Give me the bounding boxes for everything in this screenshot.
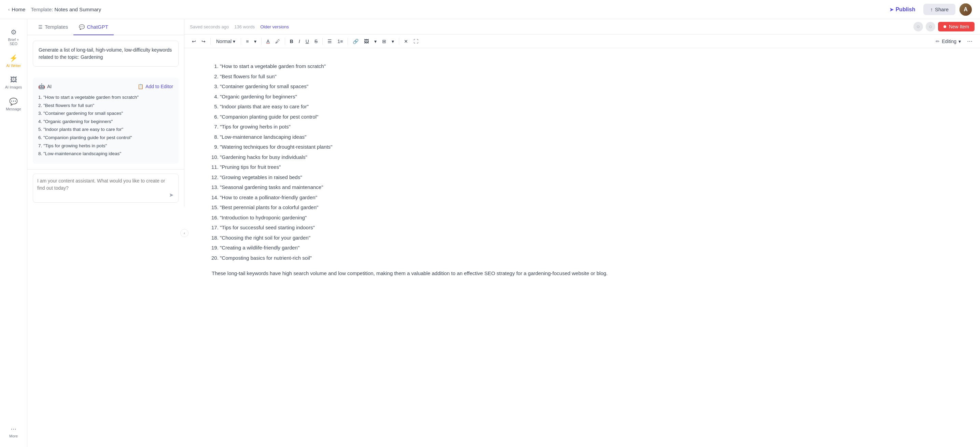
home-label: Home: [12, 6, 25, 12]
align-dropdown-button[interactable]: ▾: [252, 37, 258, 45]
publish-button[interactable]: ➤ Publish: [885, 5, 920, 15]
sidebar-item-more[interactable]: ··· More: [2, 421, 26, 442]
text-color-button[interactable]: A: [264, 37, 272, 45]
template-hint: Generate a list of long-tail, high-volum…: [33, 41, 178, 67]
chatgpt-icon: 💬: [79, 24, 85, 30]
add-to-editor-label: Add to Editor: [145, 84, 173, 89]
sidebar-item-ai-writer[interactable]: ⚡ AI Writer: [2, 51, 26, 71]
editor-list-item: "Indoor plants that are easy to care for…: [220, 102, 953, 111]
sidebar-label-ai-writer: AI Writer: [6, 64, 21, 68]
ai-message-header: 🤖 AI 📋 Add to Editor: [38, 83, 173, 89]
chat-input[interactable]: [37, 177, 168, 199]
tab-chatgpt-label: ChatGPT: [87, 24, 108, 30]
avatar-placeholder-icon-2: ○: [929, 24, 932, 30]
share-icon: ↑: [930, 6, 933, 12]
sidebar-label-brief-seo: Brief + SEO: [4, 38, 23, 46]
share-label: Share: [935, 6, 948, 12]
separator-5: [322, 38, 323, 45]
editor-content[interactable]: "How to start a vegetable garden from sc…: [185, 48, 980, 447]
editor-list-item: "Choosing the right soil for your garden…: [220, 233, 953, 242]
new-item-dot-icon: [943, 25, 946, 28]
separator-7: [399, 38, 399, 45]
ai-robot-icon: 🤖: [38, 83, 45, 89]
sidebar-item-brief-seo[interactable]: ⚙ Brief + SEO: [2, 25, 26, 49]
more-options-button[interactable]: ⋯: [965, 37, 975, 46]
ai-content-line: 1. "How to start a vegetable garden from…: [38, 94, 173, 101]
expand-button[interactable]: ⛶: [412, 37, 420, 45]
editor-list-item: "Tips for growing herbs in pots": [220, 122, 953, 131]
table-button[interactable]: ⊞: [380, 37, 388, 45]
icon-sidebar: ⚙ Brief + SEO ⚡ AI Writer 🖼 AI Images 💬 …: [0, 19, 27, 447]
separator-1: [210, 38, 211, 45]
share-button[interactable]: ↑ Share: [923, 4, 955, 15]
editor-list-item: "Organic gardening for beginners": [220, 92, 953, 101]
editor-list-item: "Composting basics for nutrient-rich soi…: [220, 254, 953, 262]
add-to-editor-icon: 📋: [138, 84, 143, 89]
italic-button[interactable]: I: [297, 37, 302, 45]
toolbar-right: ○ ○ New Item: [913, 22, 975, 32]
breadcrumb-title: Notes and Summary: [55, 6, 102, 12]
editor-list-item: "Pruning tips for fruit trees": [220, 163, 953, 172]
image-icon: 🖼: [10, 76, 17, 84]
panel-collapse-button[interactable]: ‹: [180, 229, 188, 237]
ai-content-line: 8. "Low-maintenance landscaping ideas": [38, 150, 173, 158]
footer-paragraph: These long-tail keywords have high searc…: [212, 269, 953, 278]
word-count: 136 words: [234, 24, 255, 29]
undo-button[interactable]: ↩: [190, 37, 198, 45]
image-dropdown-button[interactable]: ▾: [372, 37, 379, 45]
ai-message: 🤖 AI 📋 Add to Editor 1. "How to start a …: [33, 78, 178, 164]
ordered-list-button[interactable]: 1≡: [335, 37, 345, 45]
strikethrough-button[interactable]: S: [312, 37, 320, 45]
editor-list-item: "Introduction to hydroponic gardening": [220, 213, 953, 222]
sidebar-item-message[interactable]: 💬 Message: [2, 94, 26, 115]
ai-content: 1. "How to start a vegetable garden from…: [38, 94, 173, 158]
ai-content-line: 3. "Container gardening for small spaces…: [38, 110, 173, 117]
table-dropdown-button[interactable]: ▾: [390, 37, 396, 45]
editor-list-item: "Best flowers for full sun": [220, 72, 953, 81]
redo-button[interactable]: ↪: [199, 37, 208, 45]
tab-templates[interactable]: ☰ Templates: [33, 19, 73, 35]
breadcrumb-prefix: Template:: [31, 6, 53, 12]
main-layout: ⚙ Brief + SEO ⚡ AI Writer 🖼 AI Images 💬 …: [0, 19, 980, 447]
editor-list-item: "How to start a vegetable garden from sc…: [220, 62, 953, 71]
separator-2: [241, 38, 241, 45]
align-button[interactable]: ≡: [244, 37, 251, 45]
image-button[interactable]: 🖼: [362, 37, 371, 45]
bullet-list-button[interactable]: ☰: [325, 37, 334, 45]
home-link[interactable]: ‹ Home: [8, 6, 25, 12]
style-chevron-icon: ▾: [233, 38, 235, 44]
sidebar-label-message: Message: [6, 107, 21, 111]
editor-list-item: "Container gardening for small spaces": [220, 82, 953, 91]
ai-label-text: AI: [47, 84, 52, 89]
tab-templates-label: Templates: [45, 24, 68, 30]
editor-toolbar-top: Saved seconds ago 136 words Older versio…: [185, 19, 980, 35]
separator-6: [348, 38, 348, 45]
sidebar-item-ai-images[interactable]: 🖼 AI Images: [2, 72, 26, 93]
editor-area: Saved seconds ago 136 words Older versio…: [185, 19, 980, 447]
panel-wrapper: ☰ Templates 💬 ChatGPT Generate a list of…: [27, 19, 185, 447]
separator-3: [261, 38, 262, 45]
breadcrumb: Template: Notes and Summary: [31, 6, 101, 12]
lightning-icon: ⚡: [9, 54, 18, 62]
underline-button[interactable]: U: [304, 37, 311, 45]
editing-mode-button[interactable]: ✏ Editing ▾: [933, 37, 964, 45]
editor-list-item: "Best perennial plants for a colorful ga…: [220, 203, 953, 212]
highlight-button[interactable]: 🖊: [273, 37, 282, 45]
ai-label: 🤖 AI: [38, 83, 52, 89]
add-to-editor-button[interactable]: 📋 Add to Editor: [138, 84, 173, 89]
pencil-icon: ✏: [935, 38, 940, 44]
keyword-list: "How to start a vegetable garden from sc…: [212, 62, 953, 262]
older-versions-link[interactable]: Older versions: [260, 24, 289, 29]
top-bar: ‹ Home Template: Notes and Summary ➤ Pub…: [0, 0, 980, 19]
collapse-arrow-icon: ‹: [184, 231, 185, 235]
tab-chatgpt[interactable]: 💬 ChatGPT: [73, 19, 114, 35]
new-item-button[interactable]: New Item: [938, 22, 975, 32]
panel: ☰ Templates 💬 ChatGPT Generate a list of…: [27, 19, 185, 207]
editor-list-item: "Watering techniques for drought-resista…: [220, 142, 953, 152]
bold-button[interactable]: B: [288, 37, 295, 45]
style-select-button[interactable]: Normal ▾: [213, 37, 238, 45]
editing-label: Editing: [942, 38, 956, 44]
chat-send-button[interactable]: ➤: [168, 191, 174, 199]
link-button[interactable]: 🔗: [351, 37, 361, 45]
clear-format-button[interactable]: ✕: [402, 37, 410, 45]
